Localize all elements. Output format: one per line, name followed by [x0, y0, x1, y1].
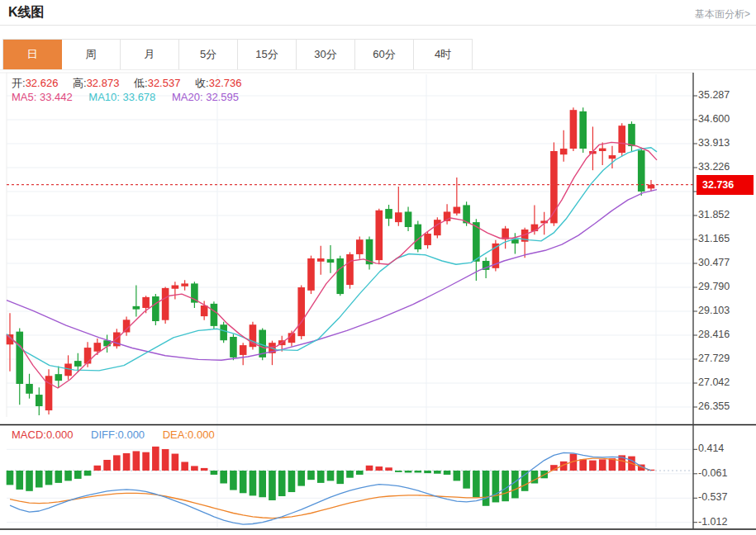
- macd-bar: [473, 471, 480, 497]
- macd-bar: [444, 471, 451, 475]
- price-axis-label: 31.852: [698, 209, 730, 220]
- price-axis-label: 27.729: [698, 353, 730, 364]
- macd-bar: [288, 471, 296, 492]
- candle-body: [395, 212, 402, 222]
- ma10-info: MA10: 33.678: [88, 91, 155, 103]
- last-price-tag: 32.736: [697, 175, 754, 195]
- macd-bar: [278, 471, 286, 496]
- macd-bar: [375, 466, 383, 471]
- macd-bar: [94, 466, 102, 471]
- ma5-info: MA5: 33.442: [12, 91, 73, 103]
- macd-bar: [211, 471, 218, 475]
- macd-bar: [307, 471, 315, 480]
- macd-bar: [103, 460, 111, 471]
- macd-bar: [434, 471, 441, 474]
- macd-bar: [599, 459, 606, 471]
- candle-body: [346, 254, 354, 285]
- macd-info: MACD:0.000: [12, 428, 73, 441]
- candle-body: [424, 234, 431, 245]
- macd-bar: [483, 471, 490, 506]
- macd-bar: [336, 471, 344, 484]
- ma-line: [7, 142, 657, 388]
- candle-body: [385, 209, 392, 219]
- candle-body: [638, 150, 645, 192]
- macd-bar: [405, 471, 412, 472]
- macd-bar: [579, 459, 587, 471]
- macd-bar: [55, 471, 62, 483]
- candle-body: [201, 305, 208, 316]
- price-axis-label: 29.103: [698, 305, 730, 316]
- high-label: 高:: [73, 77, 87, 89]
- macd-bar: [191, 466, 198, 471]
- macd-axis-label: -0.061: [698, 467, 727, 479]
- macd-bar: [152, 447, 159, 471]
- candle-body: [240, 345, 247, 355]
- candle-body: [628, 124, 635, 146]
- candle-body: [609, 155, 616, 159]
- price-axis-label: 35.287: [698, 89, 730, 101]
- candle-body: [162, 288, 169, 320]
- price-axis-label: 30.477: [698, 257, 730, 268]
- ma-info-row: MA5: 33.442 MA10: 33.678 MA20: 32.595: [12, 91, 252, 103]
- macd-bar: [36, 471, 43, 487]
- candle-body: [26, 384, 33, 394]
- macd-axis-label: 0.414: [698, 443, 724, 454]
- price-axis-label: 26.355: [698, 400, 730, 412]
- candle-body: [211, 304, 218, 326]
- ohlc-info-row: 开:32.626 高:32.873 低:32.537 收:32.736: [12, 76, 253, 91]
- macd-bar: [502, 471, 509, 501]
- macd-bar: [123, 453, 131, 471]
- diff-info: DIFF:0.000: [91, 428, 145, 441]
- candle-body: [84, 348, 92, 363]
- macd-bar: [395, 471, 402, 472]
- candle-body: [172, 286, 179, 289]
- candle-body: [434, 220, 441, 235]
- macd-bar: [181, 462, 188, 471]
- ma20-info: MA20: 32.595: [172, 91, 239, 103]
- macd-bar: [521, 471, 529, 491]
- candle-body: [405, 211, 412, 227]
- candle-body: [599, 149, 606, 151]
- candle-body: [297, 287, 305, 336]
- macd-info-row: MACD:0.000 DIFF:0.000 DEA:0.000: [12, 428, 230, 441]
- macd-bar: [64, 471, 72, 481]
- macd-bar: [201, 468, 208, 471]
- candle-body: [74, 361, 82, 367]
- candle-body: [454, 207, 461, 214]
- price-axis-label: 33.913: [698, 137, 730, 149]
- open-value: 32.626: [26, 77, 59, 89]
- candle-body: [570, 110, 578, 149]
- candle-body: [375, 211, 383, 260]
- candle-body: [560, 149, 568, 154]
- macd-bar: [220, 471, 227, 484]
- macd-bar: [84, 471, 92, 476]
- open-label: 开:: [12, 77, 26, 89]
- kline-page: K线图 基本面分析> 日 周 月 5分 15分 30分 60分 4时 开:32.…: [0, 0, 756, 535]
- macd-bar: [172, 454, 179, 471]
- candle-body: [152, 296, 159, 321]
- candle-body: [16, 332, 23, 384]
- price-axis-label: 31.165: [698, 233, 730, 244]
- macd-axis-label: -1.012: [698, 516, 727, 528]
- candle-body: [181, 283, 188, 286]
- macd-bar: [7, 471, 14, 485]
- macd-bar: [230, 471, 237, 490]
- macd-bar: [415, 471, 422, 472]
- price-axis-label: 27.042: [698, 376, 730, 388]
- candle-body: [307, 258, 315, 291]
- candle-body: [579, 111, 587, 149]
- price-axis-label: 34.600: [698, 113, 730, 125]
- macd-bar: [16, 471, 23, 490]
- macd-bar: [45, 471, 53, 485]
- macd-bar: [356, 471, 364, 475]
- macd-bar: [250, 471, 257, 495]
- macd-bar: [366, 466, 373, 471]
- candle-body: [336, 258, 344, 294]
- macd-bar: [259, 471, 266, 497]
- price-axis-label: 28.416: [698, 329, 730, 340]
- candle-body: [55, 374, 62, 381]
- macd-bar: [269, 471, 276, 500]
- price-axis-label: 33.226: [698, 161, 730, 173]
- macd-bar: [133, 451, 140, 471]
- low-label: 低:: [134, 77, 148, 89]
